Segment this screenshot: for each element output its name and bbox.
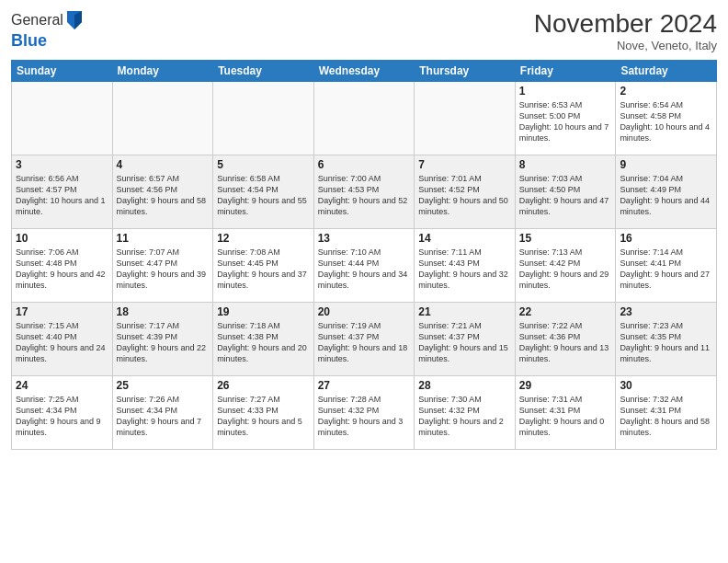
logo-icon — [65, 9, 84, 31]
day-number: 25 — [117, 379, 210, 392]
day-number: 18 — [117, 305, 210, 318]
week-row-4: 17Sunrise: 7:15 AM Sunset: 4:40 PM Dayli… — [12, 303, 717, 376]
main-container: General Blue November 2024 Nove, Veneto,… — [0, 0, 728, 457]
day-info: Sunrise: 7:21 AM Sunset: 4:37 PM Dayligh… — [418, 320, 511, 365]
day-info: Sunrise: 7:04 AM Sunset: 4:49 PM Dayligh… — [620, 173, 712, 218]
calendar-cell: 25Sunrise: 7:26 AM Sunset: 4:34 PM Dayli… — [112, 376, 213, 450]
calendar-cell: 27Sunrise: 7:28 AM Sunset: 4:32 PM Dayli… — [313, 376, 415, 450]
calendar-cell: 21Sunrise: 7:21 AM Sunset: 4:37 PM Dayli… — [415, 303, 516, 376]
calendar-cell: 11Sunrise: 7:07 AM Sunset: 4:47 PM Dayli… — [112, 229, 213, 303]
calendar-cell: 17Sunrise: 7:15 AM Sunset: 4:40 PM Dayli… — [12, 303, 113, 376]
day-number: 8 — [519, 158, 612, 171]
logo-blue: Blue — [11, 31, 47, 50]
day-header-monday: Monday — [112, 61, 213, 82]
day-number: 17 — [16, 305, 108, 318]
day-number: 4 — [117, 158, 210, 171]
day-header-thursday: Thursday — [415, 61, 516, 82]
day-info: Sunrise: 7:17 AM Sunset: 4:39 PM Dayligh… — [117, 320, 210, 365]
day-info: Sunrise: 7:10 AM Sunset: 4:44 PM Dayligh… — [318, 247, 411, 292]
day-info: Sunrise: 7:26 AM Sunset: 4:34 PM Dayligh… — [117, 394, 210, 439]
calendar-cell: 28Sunrise: 7:30 AM Sunset: 4:32 PM Dayli… — [415, 376, 516, 450]
day-number: 12 — [217, 232, 310, 245]
logo-general: General — [11, 12, 63, 29]
day-number: 30 — [620, 379, 712, 392]
day-info: Sunrise: 7:28 AM Sunset: 4:32 PM Dayligh… — [318, 394, 411, 439]
day-info: Sunrise: 7:18 AM Sunset: 4:38 PM Dayligh… — [217, 320, 310, 365]
calendar-cell: 6Sunrise: 7:00 AM Sunset: 4:53 PM Daylig… — [313, 155, 415, 229]
day-info: Sunrise: 7:22 AM Sunset: 4:36 PM Dayligh… — [519, 320, 612, 365]
calendar-cell: 26Sunrise: 7:27 AM Sunset: 4:33 PM Dayli… — [213, 376, 314, 450]
calendar-cell — [313, 82, 415, 155]
week-row-5: 24Sunrise: 7:25 AM Sunset: 4:34 PM Dayli… — [12, 376, 717, 450]
day-info: Sunrise: 6:56 AM Sunset: 4:57 PM Dayligh… — [16, 173, 108, 218]
calendar-cell: 3Sunrise: 6:56 AM Sunset: 4:57 PM Daylig… — [12, 155, 113, 229]
day-info: Sunrise: 7:13 AM Sunset: 4:42 PM Dayligh… — [519, 247, 612, 292]
day-number: 22 — [519, 305, 612, 318]
day-number: 29 — [519, 379, 612, 392]
calendar-cell: 18Sunrise: 7:17 AM Sunset: 4:39 PM Dayli… — [112, 303, 213, 376]
day-info: Sunrise: 6:54 AM Sunset: 4:58 PM Dayligh… — [620, 99, 712, 144]
day-number: 9 — [620, 158, 712, 171]
calendar-cell: 15Sunrise: 7:13 AM Sunset: 4:42 PM Dayli… — [515, 229, 616, 303]
day-number: 26 — [217, 379, 310, 392]
day-header-saturday: Saturday — [616, 61, 717, 82]
day-info: Sunrise: 7:11 AM Sunset: 4:43 PM Dayligh… — [418, 247, 511, 292]
calendar-cell: 13Sunrise: 7:10 AM Sunset: 4:44 PM Dayli… — [313, 229, 415, 303]
calendar-cell: 2Sunrise: 6:54 AM Sunset: 4:58 PM Daylig… — [616, 82, 717, 155]
day-info: Sunrise: 7:27 AM Sunset: 4:33 PM Dayligh… — [217, 394, 310, 439]
day-info: Sunrise: 7:14 AM Sunset: 4:41 PM Dayligh… — [620, 247, 712, 292]
day-info: Sunrise: 6:53 AM Sunset: 5:00 PM Dayligh… — [519, 99, 612, 144]
day-number: 21 — [418, 305, 511, 318]
day-info: Sunrise: 7:07 AM Sunset: 4:47 PM Dayligh… — [117, 247, 210, 292]
header: General Blue November 2024 Nove, Veneto,… — [11, 9, 717, 52]
calendar-cell — [12, 82, 113, 155]
calendar-cell: 9Sunrise: 7:04 AM Sunset: 4:49 PM Daylig… — [616, 155, 717, 229]
calendar-cell: 30Sunrise: 7:32 AM Sunset: 4:31 PM Dayli… — [616, 376, 717, 450]
day-info: Sunrise: 7:31 AM Sunset: 4:31 PM Dayligh… — [519, 394, 612, 439]
week-row-3: 10Sunrise: 7:06 AM Sunset: 4:48 PM Dayli… — [12, 229, 717, 303]
week-row-2: 3Sunrise: 6:56 AM Sunset: 4:57 PM Daylig… — [12, 155, 717, 229]
calendar-cell: 23Sunrise: 7:23 AM Sunset: 4:35 PM Dayli… — [616, 303, 717, 376]
header-row: SundayMondayTuesdayWednesdayThursdayFrid… — [12, 61, 717, 82]
day-header-sunday: Sunday — [12, 61, 113, 82]
calendar-cell — [213, 82, 314, 155]
location-subtitle: Nove, Veneto, Italy — [534, 39, 717, 52]
calendar-cell: 19Sunrise: 7:18 AM Sunset: 4:38 PM Dayli… — [213, 303, 314, 376]
day-number: 5 — [217, 158, 310, 171]
calendar-cell — [112, 82, 213, 155]
day-number: 23 — [620, 305, 712, 318]
day-info: Sunrise: 6:57 AM Sunset: 4:56 PM Dayligh… — [117, 173, 210, 218]
calendar-cell: 16Sunrise: 7:14 AM Sunset: 4:41 PM Dayli… — [616, 229, 717, 303]
calendar-cell: 14Sunrise: 7:11 AM Sunset: 4:43 PM Dayli… — [415, 229, 516, 303]
month-title: November 2024 — [534, 9, 717, 39]
day-number: 7 — [418, 158, 511, 171]
calendar-table: SundayMondayTuesdayWednesdayThursdayFrid… — [11, 60, 717, 450]
calendar-cell: 8Sunrise: 7:03 AM Sunset: 4:50 PM Daylig… — [515, 155, 616, 229]
day-number: 11 — [117, 232, 210, 245]
day-info: Sunrise: 7:08 AM Sunset: 4:45 PM Dayligh… — [217, 247, 310, 292]
calendar-cell: 4Sunrise: 6:57 AM Sunset: 4:56 PM Daylig… — [112, 155, 213, 229]
day-number: 2 — [620, 85, 712, 98]
calendar-cell: 5Sunrise: 6:58 AM Sunset: 4:54 PM Daylig… — [213, 155, 314, 229]
day-number: 15 — [519, 232, 612, 245]
day-info: Sunrise: 7:25 AM Sunset: 4:34 PM Dayligh… — [16, 394, 108, 439]
day-number: 24 — [16, 379, 108, 392]
day-info: Sunrise: 7:32 AM Sunset: 4:31 PM Dayligh… — [620, 394, 712, 439]
day-number: 19 — [217, 305, 310, 318]
day-number: 14 — [418, 232, 511, 245]
calendar-cell: 24Sunrise: 7:25 AM Sunset: 4:34 PM Dayli… — [12, 376, 113, 450]
day-number: 20 — [318, 305, 411, 318]
calendar-cell — [415, 82, 516, 155]
calendar-cell: 29Sunrise: 7:31 AM Sunset: 4:31 PM Dayli… — [515, 376, 616, 450]
day-number: 16 — [620, 232, 712, 245]
day-header-wednesday: Wednesday — [313, 61, 415, 82]
day-info: Sunrise: 7:00 AM Sunset: 4:53 PM Dayligh… — [318, 173, 411, 218]
calendar-cell: 12Sunrise: 7:08 AM Sunset: 4:45 PM Dayli… — [213, 229, 314, 303]
day-number: 13 — [318, 232, 411, 245]
calendar-cell: 7Sunrise: 7:01 AM Sunset: 4:52 PM Daylig… — [415, 155, 516, 229]
logo: General Blue — [11, 9, 84, 51]
day-header-friday: Friday — [515, 61, 616, 82]
day-info: Sunrise: 6:58 AM Sunset: 4:54 PM Dayligh… — [217, 173, 310, 218]
day-info: Sunrise: 7:15 AM Sunset: 4:40 PM Dayligh… — [16, 320, 108, 365]
day-number: 28 — [418, 379, 511, 392]
